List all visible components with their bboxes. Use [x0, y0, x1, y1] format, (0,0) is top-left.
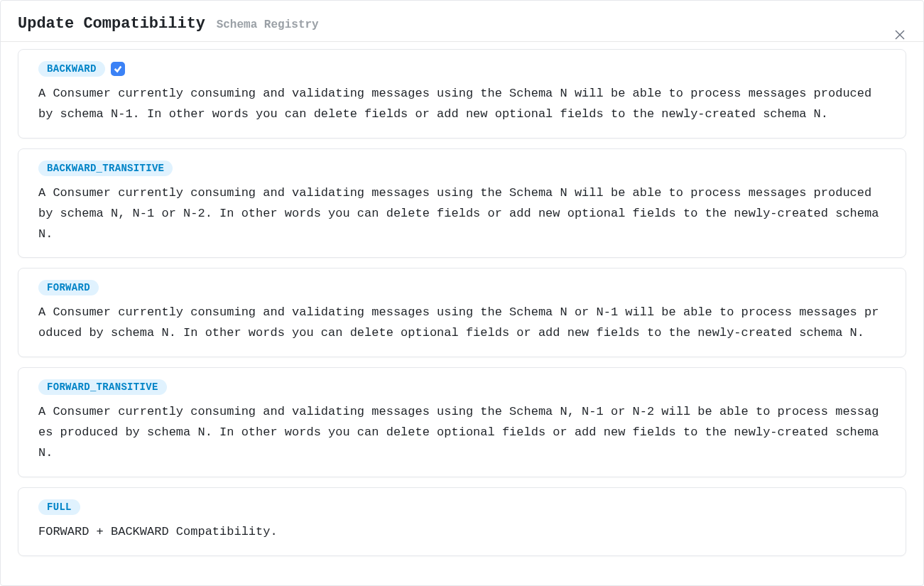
options-list: BACKWARD A Consumer currently consuming …	[1, 49, 923, 583]
option-header: FORWARD_TRANSITIVE	[38, 379, 886, 395]
option-header: BACKWARD	[38, 61, 886, 77]
option-description: A Consumer currently consuming and valid…	[38, 84, 886, 125]
close-icon	[895, 28, 905, 43]
modal-subtitle: Schema Registry	[217, 18, 319, 31]
check-icon	[111, 62, 125, 76]
option-header: FULL	[38, 499, 886, 515]
option-description: A Consumer currently consuming and valid…	[38, 402, 886, 464]
option-header: BACKWARD_TRANSITIVE	[38, 161, 886, 176]
compatibility-modal: Update Compatibility Schema Registry BAC…	[0, 0, 924, 586]
option-description: A Consumer currently consuming and valid…	[38, 183, 886, 245]
option-badge: FULL	[38, 499, 80, 515]
option-backward[interactable]: BACKWARD A Consumer currently consuming …	[18, 49, 906, 139]
modal-header: Update Compatibility Schema Registry	[1, 1, 923, 42]
option-full[interactable]: FULL FORWARD + BACKWARD Compatibility.	[18, 487, 906, 556]
option-header: FORWARD	[38, 280, 886, 295]
option-badge: BACKWARD_TRANSITIVE	[38, 161, 173, 176]
option-forward[interactable]: FORWARD A Consumer currently consuming a…	[18, 268, 906, 357]
option-badge: BACKWARD	[38, 61, 105, 77]
option-description: FORWARD + BACKWARD Compatibility.	[38, 522, 886, 543]
option-badge: FORWARD	[38, 280, 99, 295]
option-backward-transitive[interactable]: BACKWARD_TRANSITIVE A Consumer currently…	[18, 148, 906, 259]
option-forward-transitive[interactable]: FORWARD_TRANSITIVE A Consumer currently …	[18, 367, 906, 477]
modal-title: Update Compatibility	[18, 15, 205, 33]
close-button[interactable]	[892, 26, 908, 45]
option-description: A Consumer currently consuming and valid…	[38, 303, 886, 344]
option-badge: FORWARD_TRANSITIVE	[38, 379, 167, 395]
